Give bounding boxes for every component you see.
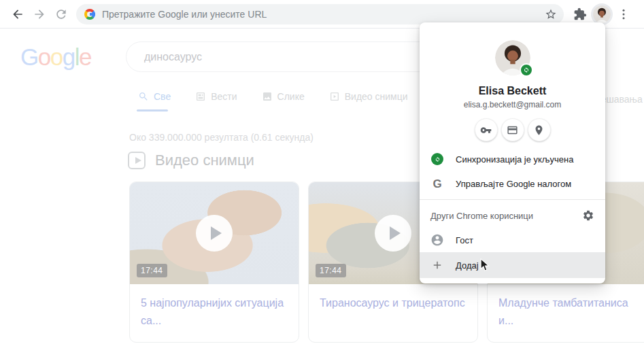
back-button[interactable] (7, 3, 29, 25)
google-g-icon: G (433, 178, 441, 190)
guest-profile-row[interactable]: Гост (420, 228, 605, 252)
video-thumbnail[interactable]: 17:44 (130, 182, 299, 284)
extensions-button[interactable] (569, 3, 591, 25)
video-icon (329, 91, 340, 102)
videos-section-header: Видео снимци (128, 152, 254, 169)
forward-button[interactable] (29, 3, 50, 25)
tab-all[interactable]: Све (138, 91, 171, 102)
bookmark-star-icon[interactable] (545, 8, 557, 20)
google-favicon (84, 9, 95, 20)
other-profiles-row: Други Chrome корисници (420, 203, 605, 228)
puzzle-icon (573, 7, 587, 21)
tab-label: Видео снимци (345, 91, 408, 102)
video-duration-badge: 17:44 (137, 264, 167, 277)
passwords-button[interactable] (475, 118, 498, 141)
image-icon (262, 91, 273, 102)
user-avatar (593, 5, 611, 23)
result-tabs: Све Вести Слике Видео снимци (138, 91, 408, 102)
menu-divider (420, 199, 605, 200)
addresses-button[interactable] (528, 118, 551, 141)
tab-label: Вести (211, 91, 237, 102)
news-icon (195, 91, 206, 102)
browser-menu-button[interactable] (613, 3, 634, 25)
sync-on-icon (431, 153, 443, 165)
tab-label: Слике (277, 91, 305, 102)
account-shortcuts (420, 118, 605, 141)
manage-account-label: Управљајте Google налогом (456, 179, 571, 189)
video-title[interactable]: Тираносаурус и трицератопс (320, 294, 467, 312)
refresh-button[interactable] (50, 3, 72, 25)
sync-status-row[interactable]: Синхронизација је укључена (420, 147, 605, 171)
video-card: 17:44 5 најпопуларнијих ситуација са... (129, 182, 299, 343)
play-box-icon (128, 152, 146, 169)
back-icon (11, 7, 24, 21)
video-title[interactable]: Младунче тамбатитаниса и... (498, 294, 644, 330)
play-button-icon[interactable] (196, 215, 233, 252)
plus-icon (431, 259, 443, 271)
address-bar[interactable] (76, 4, 564, 24)
section-title: Видео снимци (155, 152, 254, 169)
video-title[interactable]: 5 најпопуларнијих ситуација са... (141, 294, 288, 330)
tab-label: Све (154, 91, 171, 102)
add-profile-row[interactable]: Додај (420, 252, 605, 278)
sync-badge-icon (520, 63, 533, 77)
sync-status-label: Синхронизација је укључена (456, 154, 573, 165)
profile-email: elisa.g.beckett@gmail.com (420, 99, 605, 110)
tab-news[interactable]: Вести (195, 91, 237, 102)
google-logo: Google (20, 44, 91, 71)
profile-avatar-large (495, 40, 530, 75)
manage-account-row[interactable]: G Управљајте Google налогом (420, 171, 605, 196)
other-profiles-label: Други Chrome корисници (430, 211, 533, 221)
url-input[interactable] (102, 9, 545, 20)
forward-icon (33, 7, 46, 21)
video-duration-badge: 17:44 (316, 264, 346, 277)
guest-icon (430, 233, 444, 247)
refresh-icon (54, 7, 68, 21)
profile-name: Elisa Beckett (420, 84, 605, 98)
search-icon (138, 91, 149, 102)
tab-images[interactable]: Слике (262, 91, 305, 102)
location-pin-icon (533, 124, 545, 136)
play-button-icon[interactable] (375, 215, 411, 252)
mouse-cursor (479, 258, 491, 272)
settings-gear-icon[interactable] (582, 209, 594, 222)
add-profile-label: Додај (456, 260, 479, 271)
results-summary: Око 339.000.000 резултата (0.61 секунда) (129, 132, 313, 143)
payments-button[interactable] (501, 118, 524, 141)
profile-menu: Elisa Beckett elisa.g.beckett@gmail.com … (420, 22, 605, 283)
credit-card-icon (507, 124, 518, 136)
kebab-menu-icon (617, 7, 630, 21)
profile-avatar-button[interactable] (591, 3, 613, 25)
tab-videos[interactable]: Видео снимци (329, 91, 408, 102)
guest-label: Гост (456, 235, 473, 245)
key-icon (480, 124, 492, 136)
